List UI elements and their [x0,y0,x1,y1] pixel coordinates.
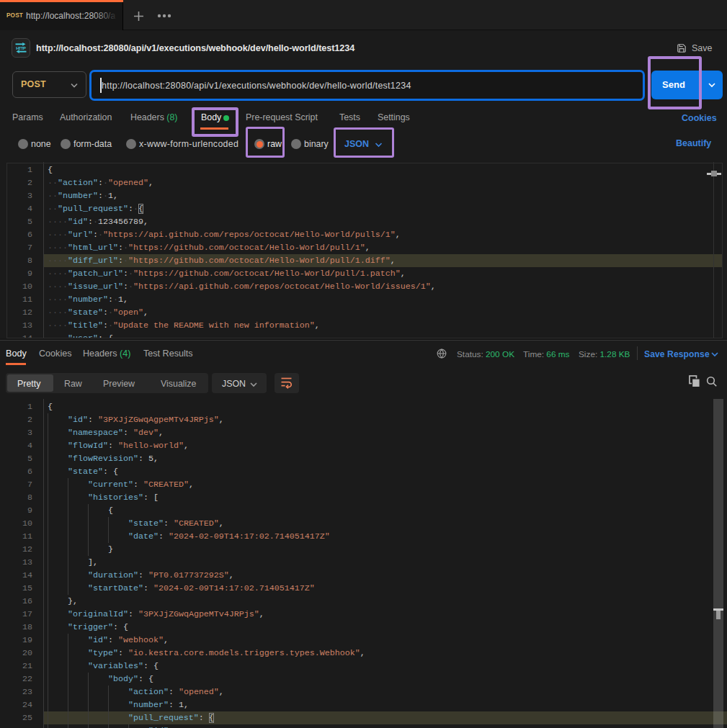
svg-text:HTTP: HTTP [16,45,26,50]
